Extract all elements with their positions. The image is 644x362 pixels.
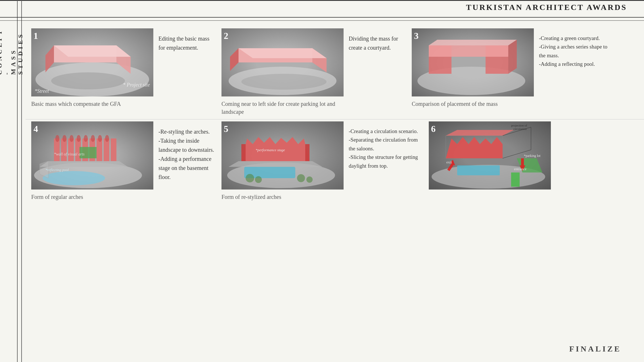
svg-rect-28 <box>111 138 116 161</box>
step-5-image: 5 *performance stage <box>221 121 344 190</box>
svg-rect-27 <box>104 138 109 161</box>
step-1-image: 1 *Street * Proje <box>31 28 153 96</box>
svg-point-52 <box>306 176 313 183</box>
step-1-label1: *Street <box>35 88 49 94</box>
step-6-block: 6 <box>429 121 556 201</box>
svg-rect-22 <box>68 138 74 161</box>
svg-marker-11 <box>239 48 327 58</box>
svg-point-51 <box>297 174 305 182</box>
svg-text:*wall of visual arts: *wall of visual arts <box>54 152 85 156</box>
svg-text:entrance: entrance <box>514 167 526 171</box>
svg-point-35 <box>98 135 102 142</box>
svg-point-34 <box>91 135 95 142</box>
svg-point-29 <box>55 135 59 142</box>
svg-text:circulation: circulation <box>513 127 527 131</box>
step-4-image: 4 <box>31 121 153 190</box>
svg-marker-17 <box>508 40 517 74</box>
svg-point-19 <box>43 171 105 185</box>
step-5-caption: Form of re-stylized arches <box>221 193 344 201</box>
svg-marker-48 <box>229 161 322 167</box>
svg-rect-46 <box>305 144 310 161</box>
step-1-block: 1 *Street * Proje <box>31 28 216 116</box>
step-2-desc: Dividing the mass for create a courtyard… <box>344 28 406 52</box>
svg-rect-21 <box>61 138 67 161</box>
svg-marker-58 <box>446 130 514 136</box>
svg-rect-26 <box>97 138 102 161</box>
step-3-block: 3 Comparison of pl <box>412 28 613 116</box>
step-6-number: 6 <box>431 124 436 134</box>
step-1-desc: Editing the basic mass for emplacement. <box>153 28 216 52</box>
step-2-caption: Coming near to left side for create park… <box>221 100 344 116</box>
step-6-image: 6 <box>429 121 551 190</box>
step-3-image: 3 <box>412 28 534 96</box>
svg-marker-9 <box>230 48 239 71</box>
svg-rect-55 <box>511 172 520 187</box>
step-4-desc: -Re-styling the arches.-Taking the insid… <box>153 121 216 182</box>
svg-text:exit: exit <box>446 160 452 164</box>
svg-point-31 <box>70 135 74 142</box>
step-5-number: 5 <box>224 124 228 134</box>
svg-point-50 <box>255 176 262 183</box>
bottom-row: 4 <box>31 121 638 201</box>
step-6-desc <box>551 121 556 127</box>
step-4-caption: Form of regular arches <box>31 193 153 201</box>
svg-point-49 <box>246 174 254 182</box>
side-label-text: CONCEPT-MASSSTUDIES <box>0 28 24 75</box>
side-label: CONCEPT-MASSSTUDIES <box>3 23 17 75</box>
step-3-desc: -Creating a green courtyard.-Giving a ar… <box>534 28 613 69</box>
step-5-block: 5 *performance stage <box>221 121 423 201</box>
svg-point-1 <box>51 72 125 89</box>
svg-marker-59 <box>446 137 503 158</box>
step-1-label2: * Project site <box>123 82 150 88</box>
svg-point-36 <box>105 135 109 142</box>
step-5-desc: -Creating a circulation scenario.-Separa… <box>344 121 423 170</box>
step-2-number: 2 <box>224 31 228 41</box>
step-2-image: 2 <box>221 28 344 96</box>
svg-text:projection of: projection of <box>511 124 527 127</box>
header-line2 <box>0 20 644 21</box>
header-line <box>0 17 644 18</box>
main-content: 1 *Street * Proje <box>26 23 644 362</box>
step-4-number: 4 <box>34 124 38 134</box>
step-3-caption: Comparison of placement of the mass <box>412 100 534 108</box>
svg-text:*reflecting pool: *reflecting pool <box>45 168 69 172</box>
svg-rect-20 <box>54 138 60 161</box>
svg-point-32 <box>77 135 81 142</box>
svg-text:*parking lot: *parking lot <box>524 154 541 158</box>
svg-point-33 <box>84 135 88 142</box>
top-row: 1 *Street * Proje <box>31 28 638 116</box>
step-1-caption: Basic mass which compensate the GFA <box>31 100 153 108</box>
page-border-top <box>0 0 644 1</box>
svg-rect-56 <box>457 165 500 175</box>
svg-point-30 <box>62 135 66 142</box>
step-4-block: 4 <box>31 121 216 201</box>
svg-point-7 <box>241 74 327 90</box>
step-1-number: 1 <box>34 31 38 41</box>
page-title: TURKISTAN ARCHITECT AWARDS <box>466 3 627 12</box>
step-2-block: 2 Coming near to left side for create pa… <box>221 28 406 116</box>
svg-rect-45 <box>241 144 246 161</box>
finalize-text: FINALIZE <box>569 344 621 353</box>
svg-marker-15 <box>429 45 508 57</box>
title-area: TURKISTAN ARCHITECT AWARDS <box>466 3 627 12</box>
svg-marker-38 <box>40 161 128 167</box>
svg-text:*performance stage: *performance stage <box>256 148 285 152</box>
step-3-number: 3 <box>414 31 419 41</box>
svg-marker-16 <box>429 40 517 45</box>
